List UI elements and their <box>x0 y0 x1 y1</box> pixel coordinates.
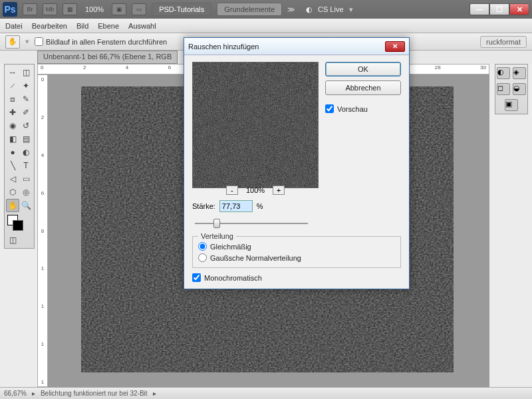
type-tool[interactable]: T <box>19 159 33 172</box>
photoshop-logo: Ps <box>3 2 17 17</box>
status-zoom[interactable]: 66,67% <box>4 390 27 397</box>
minibridge-icon[interactable]: Mb <box>43 3 57 15</box>
camera-tool[interactable]: ◎ <box>19 186 33 199</box>
dialog-close-icon[interactable]: ✕ <box>385 41 405 52</box>
quickmask-icon[interactable]: ◫ <box>6 233 20 247</box>
radio-uniform[interactable]: Gleichmäßig <box>198 242 395 251</box>
preview-zoom: 100% <box>246 186 265 194</box>
wand-tool[interactable]: ✦ <box>19 79 33 92</box>
monochromatic-checkbox[interactable]: Monochromatisch <box>192 273 401 282</box>
preview-checkbox[interactable]: Vorschau <box>325 104 401 113</box>
window-minimize[interactable]: — <box>469 3 489 15</box>
zoom-out-button[interactable]: - <box>226 186 238 195</box>
shape-tool[interactable]: ▭ <box>19 172 33 186</box>
heal-tool[interactable]: ✚ <box>6 106 19 119</box>
zoom-level[interactable]: 100% <box>85 5 104 13</box>
history-brush-tool[interactable]: ↺ <box>19 119 33 132</box>
status-bar: 66,67% ▸ Belichtung funktioniert nur bei… <box>0 387 532 399</box>
stamp-tool[interactable]: ◉ <box>6 119 19 132</box>
menu-bild[interactable]: Bild <box>76 22 88 30</box>
app-titlebar: Ps Br Mb ▦ 100% ▣ ▭ PSD-Tutorials Grunde… <box>0 0 532 19</box>
tab-psd-tutorials[interactable]: PSD-Tutorials <box>152 3 211 16</box>
dialog-titlebar[interactable]: Rauschen hinzufügen ✕ <box>184 38 409 55</box>
3d-tool[interactable]: ⬡ <box>6 186 19 199</box>
svg-rect-1 <box>193 63 318 188</box>
scroll-all-checkbox[interactable]: Bildlauf in allen Fenstern durchführen <box>35 37 167 46</box>
hand-tool-icon[interactable]: ✋ <box>5 35 20 49</box>
adjustments-panel-icon[interactable]: ◻ <box>497 83 510 95</box>
document-tab[interactable]: Unbenannt-1 bei 66,7% (Ebene 1, RGB <box>37 51 178 64</box>
radio-gaussian[interactable]: Gaußsche Normalverteilung <box>198 253 395 262</box>
strength-input[interactable] <box>219 200 253 212</box>
brush-tool[interactable]: ✐ <box>19 106 33 119</box>
dodge-tool[interactable]: ◐ <box>19 146 33 159</box>
strength-label: Stärke: <box>192 202 215 210</box>
swatches-panel-icon[interactable]: ◈ <box>513 67 526 79</box>
ok-button[interactable]: OK <box>325 62 401 76</box>
cs-live[interactable]: CS Live <box>318 5 344 13</box>
status-message: Belichtung funktioniert nur bei 32-Bit <box>41 390 148 397</box>
zoom-tool[interactable]: 🔍 <box>19 199 33 212</box>
distribution-fieldset: Verteilung Gleichmäßig Gaußsche Normalve… <box>192 236 401 268</box>
menu-datei[interactable]: Datei <box>5 22 23 30</box>
pen-tool[interactable]: ╲ <box>6 159 19 172</box>
eraser-tool[interactable]: ◧ <box>6 132 19 146</box>
view-extras-icon[interactable]: ▦ <box>63 3 77 15</box>
screen-mode-icon[interactable]: ▭ <box>132 3 146 15</box>
masks-panel-icon[interactable]: ◒ <box>513 83 526 95</box>
hand-tool[interactable]: ✋ <box>6 199 19 212</box>
strength-unit: % <box>257 202 263 210</box>
lasso-tool[interactable]: ⟋ <box>6 79 19 92</box>
right-panel: ◐◈ ◻◒ ▣ <box>495 64 528 114</box>
print-format-button[interactable]: ruckformat <box>480 36 527 48</box>
crop-tool[interactable]: ⧈ <box>6 92 19 106</box>
menu-bar: Datei Bearbeiten Bild Ebene Auswahl <box>0 19 532 33</box>
bridge-icon[interactable]: Br <box>23 3 37 15</box>
cancel-button[interactable]: Abbrechen <box>325 80 401 95</box>
marquee-tool[interactable]: ◫ <box>19 66 33 79</box>
arrange-icon[interactable]: ▣ <box>112 3 126 15</box>
menu-auswahl[interactable]: Auswahl <box>128 22 156 30</box>
eyedropper-tool[interactable]: ✎ <box>19 92 33 106</box>
strength-slider[interactable] <box>195 217 308 229</box>
window-close[interactable]: ✕ <box>509 3 529 15</box>
menu-ebene[interactable]: Ebene <box>98 22 119 30</box>
noise-preview[interactable] <box>192 62 319 188</box>
layers-panel-icon[interactable]: ▣ <box>505 99 518 111</box>
tab-grundelemente[interactable]: Grundelemente <box>217 3 282 16</box>
gradient-tool[interactable]: ▤ <box>19 132 33 146</box>
color-swatches[interactable] <box>7 215 31 231</box>
window-maximize[interactable]: ☐ <box>489 3 509 15</box>
dialog-title: Rauschen hinzufügen <box>188 43 259 51</box>
path-select-tool[interactable]: ◁ <box>6 172 19 186</box>
menu-bearbeiten[interactable]: Bearbeiten <box>32 22 67 30</box>
color-panel-icon[interactable]: ◐ <box>497 67 510 79</box>
toolbox: ↔◫ ⟋✦ ⧈✎ ✚✐ ◉↺ ◧▤ ●◐ ╲T ◁▭ ⬡◎ ✋🔍 ◫ <box>4 64 35 249</box>
blur-tool[interactable]: ● <box>6 146 19 159</box>
move-tool[interactable]: ↔ <box>6 66 19 79</box>
tab-overflow[interactable]: ≫ <box>287 5 295 14</box>
add-noise-dialog: Rauschen hinzufügen ✕ - 100% + OK Abbrec… <box>184 37 410 289</box>
zoom-in-button[interactable]: + <box>273 186 285 195</box>
ruler-vertical: 024681111 <box>37 74 48 387</box>
